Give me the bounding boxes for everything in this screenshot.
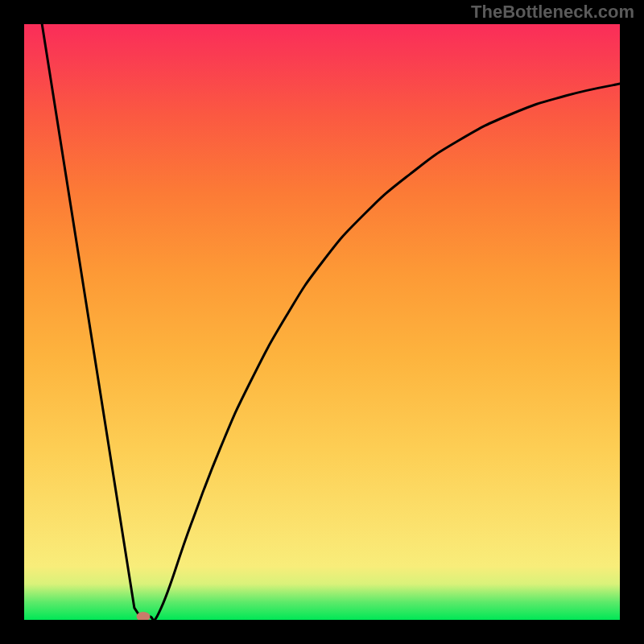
curve-svg	[24, 24, 620, 620]
attribution-text: TheBottleneck.com	[471, 2, 634, 23]
data-marker	[137, 612, 151, 620]
curve-line	[42, 24, 620, 620]
chart-container: TheBottleneck.com	[0, 0, 644, 644]
plot-area	[24, 24, 620, 620]
